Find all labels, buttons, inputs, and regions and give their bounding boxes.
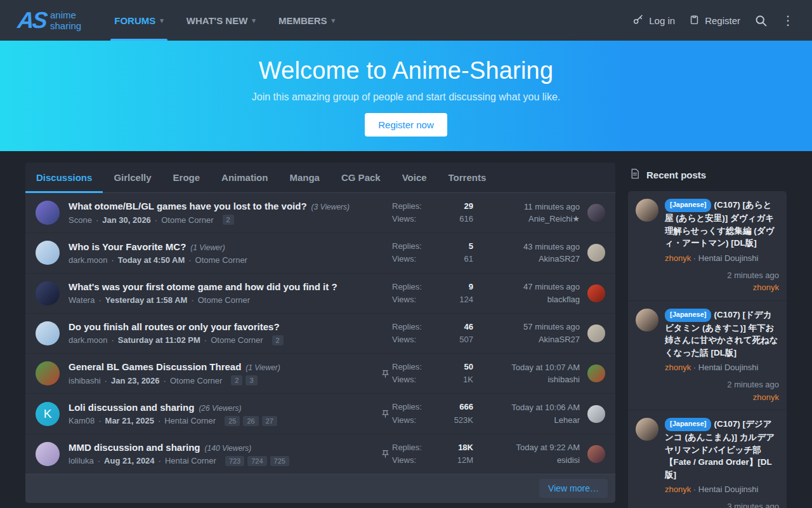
nav-item-whats-new[interactable]: WHAT'S NEW ▾ (175, 0, 267, 41)
last-user[interactable]: Lehear (473, 414, 580, 427)
page-badge[interactable]: 27 (262, 416, 277, 426)
last-user[interactable]: AkinaSR27 (473, 253, 580, 265)
nav-item-members[interactable]: MEMBERS ▾ (267, 0, 346, 41)
brand-logo[interactable]: AS anime sharing (18, 0, 81, 41)
thread-author[interactable]: Kam08 (69, 416, 95, 425)
recent-post-author[interactable]: zhonyk (665, 485, 691, 494)
thread-forum[interactable]: Otome Corner (198, 295, 250, 305)
recent-post-time-user[interactable]: zhonyk (665, 391, 779, 404)
avatar[interactable] (36, 442, 60, 466)
avatar[interactable] (636, 418, 658, 441)
last-user-avatar[interactable] (587, 324, 605, 342)
search-icon[interactable] (754, 14, 768, 27)
hero-subtitle: Join this amazing group of people and st… (0, 91, 812, 103)
thread-title[interactable]: MMD discussion and sharing (69, 442, 200, 453)
tab-discussions[interactable]: Discussions (25, 163, 103, 192)
avatar[interactable] (636, 199, 658, 222)
avatar[interactable] (36, 361, 60, 385)
tab-girlcelly[interactable]: Girlcelly (103, 163, 162, 192)
tab-torrents[interactable]: Torrents (438, 163, 497, 192)
recent-post-time-user[interactable]: zhonyk (665, 281, 779, 294)
thread-author[interactable]: dark.moon (69, 255, 107, 265)
page-badge[interactable]: 723 (225, 456, 244, 466)
chevron-down-icon: ▾ (160, 17, 164, 25)
thread-author[interactable]: Watera (69, 295, 95, 305)
recent-post-title[interactable]: [Japanese](C107) [ドデカビタミン (あきすこ)] 年下お姉さん… (665, 309, 779, 359)
thread-author[interactable]: dark.moon (69, 335, 107, 345)
thread-author[interactable]: loliluka (69, 456, 94, 465)
thread-title[interactable]: General BL Games Discussion Thread (69, 361, 241, 372)
avatar[interactable] (36, 281, 60, 305)
avatar[interactable]: K (36, 402, 60, 426)
page-badge[interactable]: 724 (247, 456, 266, 466)
view-more-link[interactable]: View more… (539, 479, 608, 498)
last-user-avatar[interactable] (587, 204, 605, 222)
last-user[interactable]: blackflag (473, 293, 580, 306)
thread-title[interactable]: Who is Your Favorite MC? (69, 241, 186, 252)
more-menu-icon[interactable]: ⋮ (782, 14, 794, 27)
page-badge[interactable]: 26 (243, 416, 258, 426)
recent-post-title[interactable]: [Japanese](C107) [あらと屋 (あらと安里)] ダヴィガキ理解ら… (665, 199, 779, 250)
last-user[interactable]: ishibashi (473, 373, 580, 386)
thread-row: Do you finish all routes or only your fa… (25, 313, 615, 353)
thread-forum[interactable]: Otome Corner (195, 255, 247, 265)
login-button[interactable]: Log in (632, 14, 675, 27)
thread-title[interactable]: What otome/BL/GL games have you lost to … (69, 201, 307, 211)
register-button[interactable]: Register (689, 14, 740, 27)
tab-voice[interactable]: Voice (391, 163, 438, 192)
recent-post-title[interactable]: [Japanese](C107) [デジアンコ (あんこまん)] カルデアヤリマ… (665, 418, 779, 481)
avatar[interactable] (36, 241, 60, 265)
views-label: Views: (392, 373, 416, 386)
avatar[interactable] (636, 309, 658, 331)
last-time[interactable]: 57 minutes ago (473, 321, 580, 333)
last-time[interactable]: 47 minutes ago (473, 281, 580, 293)
last-user-avatar[interactable] (587, 244, 605, 262)
page-badge[interactable]: 2 (223, 215, 234, 225)
last-time[interactable]: Today at 10:07 AM (473, 361, 580, 374)
last-user-avatar[interactable] (587, 284, 605, 302)
thread-title[interactable]: What's was your first otome game and how… (69, 281, 337, 292)
register-now-button[interactable]: Register now (365, 113, 447, 137)
tab-animation[interactable]: Animation (211, 163, 278, 192)
tab-manga[interactable]: Manga (278, 163, 331, 192)
last-user[interactable]: AkinaSR27 (473, 333, 580, 346)
nav-item-forums[interactable]: FORUMS ▾ (103, 0, 175, 41)
forum-tabs: Discussions Girlcelly Eroge Animation Ma… (25, 163, 615, 193)
thread-forum[interactable]: Otome Corner (161, 215, 213, 225)
thread-forum[interactable]: Hentai Corner (165, 456, 216, 465)
recent-post-forum[interactable]: Hentai Doujinshi (698, 485, 759, 494)
recent-post-forum[interactable]: Hentai Doujinshi (698, 253, 759, 263)
last-time[interactable]: Today at 9:22 AM (473, 441, 580, 454)
thread-main: Loli discussion and sharing (26 Viewers)… (60, 402, 381, 426)
thread-author[interactable]: Scone (69, 215, 92, 225)
meta-separator: · (155, 215, 157, 225)
last-time[interactable]: Today at 10:06 AM (473, 401, 580, 414)
last-user[interactable]: Anie_Reichi★ (473, 213, 580, 225)
thread-title[interactable]: Loli discussion and sharing (69, 402, 194, 413)
recent-post-forum[interactable]: Hentai Doujinshi (698, 363, 759, 372)
thread-forum[interactable]: Hentai Corner (164, 416, 216, 425)
last-user-avatar[interactable] (587, 405, 605, 423)
thread-forum[interactable]: Otome Corner (170, 376, 222, 385)
tab-eroge[interactable]: Eroge (162, 163, 211, 192)
page-badge[interactable]: 3 (246, 375, 257, 385)
last-user-avatar[interactable] (587, 445, 605, 463)
page-badge[interactable]: 725 (270, 456, 289, 466)
page-badge[interactable]: 2 (272, 335, 284, 345)
tab-cg-pack[interactable]: CG Pack (331, 163, 391, 192)
avatar[interactable] (36, 321, 60, 345)
page-badge[interactable]: 25 (225, 416, 240, 426)
recent-post-author[interactable]: zhonyk (665, 253, 691, 263)
avatar[interactable] (36, 201, 60, 225)
page-badge[interactable]: 2 (231, 375, 242, 385)
last-user[interactable]: esidisi (473, 454, 580, 467)
last-time[interactable]: 43 minutes ago (473, 241, 580, 253)
thread-author[interactable]: ishibashi (69, 376, 101, 385)
last-user-avatar[interactable] (587, 364, 605, 382)
thread-title[interactable]: Do you finish all routes or only your fa… (69, 321, 280, 332)
hero-title: Welcome to Anime-Sharing (0, 57, 812, 84)
thread-forum[interactable]: Otome Corner (211, 335, 263, 345)
last-time[interactable]: 11 minutes ago (473, 201, 580, 213)
recent-post-author[interactable]: zhonyk (665, 363, 691, 372)
recent-posts-header: Recent posts (628, 163, 787, 191)
